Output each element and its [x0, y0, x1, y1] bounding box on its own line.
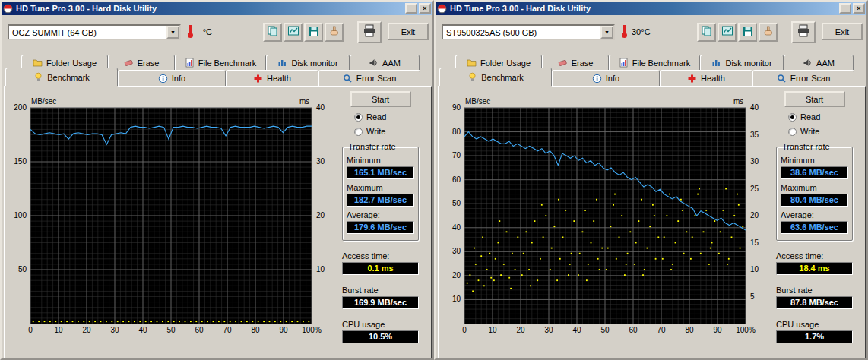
- tab-info[interactable]: Info: [118, 70, 226, 86]
- minimize-button[interactable]: _: [839, 3, 851, 14]
- temperature-value: 30°C: [632, 27, 651, 36]
- tab-label: Erase: [572, 58, 594, 68]
- read-label: Read: [366, 112, 386, 122]
- hand-icon: [762, 25, 775, 40]
- plot-area: [464, 108, 746, 324]
- left-axis-label: MB/sec: [465, 97, 490, 106]
- info-icon: [158, 74, 168, 84]
- tab-error-scan[interactable]: Error Scan: [318, 70, 420, 86]
- copy-screenshot-button[interactable]: [284, 23, 303, 42]
- radio-dot[interactable]: [788, 128, 797, 136]
- minimum-label: Minimum: [347, 156, 414, 165]
- chevron-down-icon[interactable]: ▼: [166, 26, 179, 39]
- tab-label: Info: [172, 74, 185, 83]
- copy-info-button[interactable]: [263, 23, 282, 42]
- tab-label: Disk monitor: [291, 58, 337, 68]
- toolbar: ST9500325AS (500 GB) ▼ 30°C Exit: [436, 15, 866, 52]
- app-icon: [3, 4, 13, 14]
- copy-screenshot-button[interactable]: [718, 23, 737, 42]
- burst-rate-label: Burst rate: [776, 286, 853, 295]
- right-axis-ticks: 403530252015105: [749, 108, 775, 324]
- minimum-value: 38.6 MB/sec: [781, 166, 848, 179]
- tab-erase[interactable]: Erase: [542, 55, 609, 70]
- minimize-button[interactable]: _: [405, 3, 417, 14]
- read-radio[interactable]: Read: [788, 112, 853, 122]
- tab-label: Error Scan: [356, 74, 397, 83]
- save-screenshot-button[interactable]: [738, 23, 757, 42]
- tab-disk-monitor[interactable]: Disk monitor: [700, 55, 784, 70]
- window-title: HD Tune Pro 3.00 - Hard Disk Utility: [16, 4, 404, 13]
- minimum-value: 165.1 MB/sec: [347, 166, 414, 179]
- tab-aam[interactable]: AAM: [784, 55, 854, 70]
- cpu-usage-value: 10.5%: [342, 330, 419, 343]
- toolbar-buttons: [263, 23, 344, 42]
- tab-disk-monitor[interactable]: Disk monitor: [266, 55, 350, 70]
- health-cross-icon: [687, 74, 697, 84]
- print-button[interactable]: [791, 21, 816, 43]
- tab-label: AAM: [382, 58, 401, 68]
- toolbar: OCZ SUMMIT (64 GB) ▼ - °C Exit: [2, 15, 432, 52]
- drive-selector-value: ST9500325AS (500 GB): [443, 28, 600, 37]
- tab-file-benchmark[interactable]: File Benchmark: [609, 55, 700, 70]
- cpu-usage-value: 1.7%: [776, 330, 853, 343]
- tab-health[interactable]: Health: [226, 70, 318, 86]
- titlebar[interactable]: HD Tune Pro 3.00 - Hard Disk Utility _ ×: [436, 2, 866, 15]
- options-button[interactable]: [759, 23, 778, 42]
- drive-selector[interactable]: ST9500325AS (500 GB) ▼: [442, 24, 615, 40]
- read-radio[interactable]: Read: [354, 112, 419, 122]
- burst-rate-value: 169.9 MB/sec: [342, 296, 419, 309]
- transfer-rate-group: Transfer rate Minimum 165.1 MB/sec Maxim…: [342, 142, 419, 241]
- disk-monitor-icon: [711, 58, 721, 68]
- tab-benchmark[interactable]: Benchmark: [439, 68, 552, 86]
- titlebar[interactable]: HD Tune Pro 3.00 - Hard Disk Utility _ ×: [2, 2, 432, 15]
- tab-label: Benchmark: [47, 73, 90, 82]
- write-label: Write: [366, 127, 385, 136]
- start-button[interactable]: Start: [350, 91, 411, 107]
- printer-icon: [796, 24, 811, 41]
- tab-benchmark[interactable]: Benchmark: [5, 68, 118, 86]
- drive-selector[interactable]: OCZ SUMMIT (64 GB) ▼: [8, 24, 181, 40]
- tab-label: Health: [701, 74, 725, 83]
- tab-label: Folder Usage: [46, 58, 97, 68]
- left-axis-label: MB/sec: [31, 97, 56, 106]
- exit-button[interactable]: Exit: [822, 23, 863, 40]
- average-value: 63.6 MB/sec: [781, 221, 848, 234]
- radio-dot[interactable]: [354, 128, 363, 136]
- radio-dot[interactable]: [788, 113, 797, 122]
- printer-icon: [362, 24, 377, 41]
- cpu-usage-label: CPU usage: [342, 320, 419, 329]
- write-radio[interactable]: Write: [354, 127, 419, 136]
- benchmark-chart: MB/sec ms 908070605040302010 40353025201…: [442, 97, 778, 339]
- burst-rate-value: 87.8 MB/sec: [776, 296, 853, 309]
- transfer-rate-group: Transfer rate Minimum 38.6 MB/sec Maximu…: [776, 142, 853, 241]
- start-button[interactable]: Start: [784, 91, 845, 107]
- tab-label: Health: [267, 74, 291, 83]
- close-button[interactable]: ×: [419, 3, 431, 14]
- tabrow-primary: Benchmark Info Health Error Scan: [5, 70, 420, 86]
- save-screenshot-button[interactable]: [304, 23, 323, 42]
- thermometer-icon: [186, 24, 195, 42]
- chevron-down-icon[interactable]: ▼: [600, 26, 613, 39]
- disk-monitor-icon: [277, 58, 287, 68]
- right-axis-label: ms: [733, 97, 743, 106]
- tab-info[interactable]: Info: [552, 70, 660, 86]
- copy-info-button[interactable]: [697, 23, 716, 42]
- benchmark-panel: Start Read Write Transfer rate Minimum 1…: [342, 91, 419, 343]
- tab-erase[interactable]: Erase: [108, 55, 175, 70]
- folder-icon: [467, 58, 477, 68]
- options-button[interactable]: [325, 23, 344, 42]
- tab-error-scan[interactable]: Error Scan: [752, 70, 854, 86]
- tab-label: Benchmark: [481, 73, 524, 82]
- right-axis-ticks: 40302010: [315, 108, 341, 324]
- copy-pages-icon: [701, 25, 713, 40]
- radio-dot[interactable]: [354, 113, 363, 122]
- write-radio[interactable]: Write: [788, 127, 853, 136]
- print-button[interactable]: [357, 21, 382, 43]
- tab-file-benchmark[interactable]: File Benchmark: [175, 55, 266, 70]
- close-button[interactable]: ×: [853, 3, 865, 14]
- exit-button[interactable]: Exit: [388, 23, 429, 40]
- tab-aam[interactable]: AAM: [350, 55, 420, 70]
- folder-icon: [33, 58, 43, 68]
- tab-health[interactable]: Health: [660, 70, 752, 86]
- access-time-label: Access time:: [776, 251, 853, 261]
